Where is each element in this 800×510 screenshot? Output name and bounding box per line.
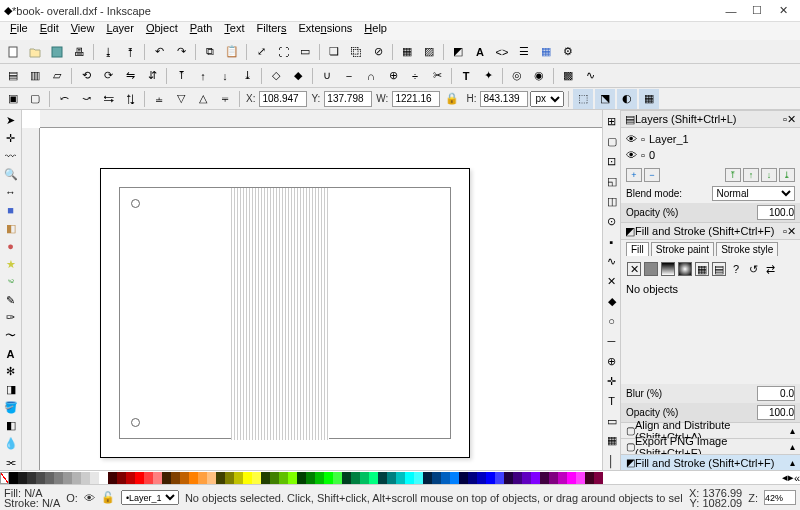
dynamic-offset-icon[interactable]: ◎ — [507, 66, 527, 86]
measure-tool-icon[interactable]: ↔ — [2, 184, 20, 201]
affect-pattern-icon[interactable]: ▦ — [639, 89, 659, 109]
close-button[interactable]: ✕ — [770, 2, 796, 20]
tab-stroke-style[interactable]: Stroke style — [716, 242, 778, 256]
fill-tool-icon[interactable]: 🪣 — [2, 399, 20, 416]
snap-enable-icon[interactable]: ⊞ — [603, 113, 621, 131]
color-swatch[interactable] — [585, 472, 594, 484]
menu-extensions[interactable]: Extensions — [293, 22, 359, 40]
palette-menu-icon[interactable]: « — [794, 472, 800, 484]
color-swatch[interactable] — [495, 472, 504, 484]
accordion-fillstroke[interactable]: ◩ Fill and Stroke (Shift+Ctrl+F)▴ — [621, 454, 800, 470]
spray-icon[interactable]: ✦ — [478, 66, 498, 86]
color-swatch[interactable] — [540, 472, 549, 484]
duplicate-icon[interactable]: ❏ — [324, 42, 344, 62]
pattern-icon[interactable]: ▦ — [695, 262, 709, 276]
accordion-export[interactable]: ▢ Export PNG Image (Shift+Ctrl+E)▴ — [621, 438, 800, 454]
xml-icon[interactable]: <> — [492, 42, 512, 62]
unset-icon[interactable]: ↺ — [746, 262, 760, 276]
rotate-ccw-icon[interactable]: ⟲ — [76, 66, 96, 86]
bezier-tool-icon[interactable]: ✑ — [2, 309, 20, 326]
color-swatch[interactable] — [144, 472, 153, 484]
color-swatch[interactable] — [360, 472, 369, 484]
color-swatch[interactable] — [486, 472, 495, 484]
flip-h-icon[interactable]: ⇋ — [120, 66, 140, 86]
color-swatch[interactable] — [126, 472, 135, 484]
unknown-icon[interactable]: ? — [729, 262, 743, 276]
no-color-swatch[interactable] — [0, 472, 9, 484]
lower-end-icon[interactable]: ⫨ — [149, 89, 169, 109]
color-swatch[interactable] — [441, 472, 450, 484]
color-swatch[interactable] — [477, 472, 486, 484]
units-select[interactable]: px — [530, 91, 564, 107]
color-swatch[interactable] — [180, 472, 189, 484]
menu-layer[interactable]: Layer — [100, 22, 140, 40]
color-swatch[interactable] — [423, 472, 432, 484]
color-swatch[interactable] — [387, 472, 396, 484]
color-swatch[interactable] — [54, 472, 63, 484]
color-swatch[interactable] — [189, 472, 198, 484]
snap-center-icon[interactable]: ⊙ — [603, 213, 621, 231]
color-swatch[interactable] — [252, 472, 261, 484]
color-swatch[interactable] — [297, 472, 306, 484]
new-icon[interactable] — [3, 42, 23, 62]
color-swatch[interactable] — [315, 472, 324, 484]
color-swatch[interactable] — [405, 472, 414, 484]
color-swatch[interactable] — [117, 472, 126, 484]
eye-icon[interactable]: 👁 — [626, 149, 637, 161]
text-tool-icon[interactable]: T — [456, 66, 476, 86]
snap-text-icon[interactable]: T — [603, 392, 621, 410]
color-swatch[interactable] — [108, 472, 117, 484]
color-swatch[interactable] — [36, 472, 45, 484]
star-tool-icon[interactable]: ★ — [2, 256, 20, 273]
raise-one-icon[interactable]: △ — [193, 89, 213, 109]
layer-add-icon[interactable]: + — [626, 168, 642, 182]
color-swatch[interactable] — [351, 472, 360, 484]
h-input[interactable] — [480, 91, 528, 107]
division-icon[interactable]: ÷ — [405, 66, 425, 86]
color-swatch[interactable] — [288, 472, 297, 484]
affect-corners-icon[interactable]: ⬔ — [595, 89, 615, 109]
export-icon[interactable]: ⭱ — [120, 42, 140, 62]
tab-stroke-paint[interactable]: Stroke paint — [651, 242, 714, 256]
snap-page-icon[interactable]: ▭ — [603, 412, 621, 430]
color-swatch[interactable] — [270, 472, 279, 484]
raise-icon[interactable]: ↑ — [193, 66, 213, 86]
lower-one-icon[interactable]: ▽ — [171, 89, 191, 109]
color-swatch[interactable] — [261, 472, 270, 484]
layer-up-icon[interactable]: ↑ — [743, 168, 759, 182]
color-swatch[interactable] — [549, 472, 558, 484]
pencil-tool-icon[interactable]: ✎ — [2, 292, 20, 309]
tab-fill[interactable]: Fill — [626, 242, 649, 256]
snap-line-mid-icon[interactable]: ─ — [603, 332, 621, 350]
rotate-90ccw-icon[interactable]: ⤺ — [54, 89, 74, 109]
color-swatch[interactable] — [324, 472, 333, 484]
snap-corner-icon[interactable]: ◱ — [603, 173, 621, 191]
flat-color-icon[interactable] — [644, 262, 658, 276]
open-icon[interactable] — [25, 42, 45, 62]
docprefs-icon[interactable]: ⚙ — [558, 42, 578, 62]
snap-smooth-icon[interactable]: ○ — [603, 312, 621, 330]
menu-path[interactable]: Path — [184, 22, 219, 40]
color-swatch[interactable] — [369, 472, 378, 484]
connector-tool-icon[interactable]: ⫘ — [2, 453, 20, 470]
snap-intersect-icon[interactable]: ✕ — [603, 273, 621, 291]
color-swatch[interactable] — [432, 472, 441, 484]
spiral-tool-icon[interactable]: ༄ — [2, 274, 20, 291]
rotate-90cw-icon[interactable]: ⤻ — [76, 89, 96, 109]
panel-close-icon[interactable]: ✕ — [787, 225, 796, 238]
zoom-sel-icon[interactable]: ⤢ — [251, 42, 271, 62]
menu-object[interactable]: Object — [140, 22, 184, 40]
cut-path-icon[interactable]: ✂ — [427, 66, 447, 86]
color-swatch[interactable] — [216, 472, 225, 484]
snap-edge-icon[interactable]: ⊡ — [603, 153, 621, 171]
color-swatch[interactable] — [90, 472, 99, 484]
color-swatch[interactable] — [171, 472, 180, 484]
color-swatch[interactable] — [9, 472, 18, 484]
ungroup-icon[interactable]: ▨ — [419, 42, 439, 62]
panel-close-icon[interactable]: ✕ — [787, 113, 796, 126]
menu-edit[interactable]: Edit — [34, 22, 65, 40]
lock-icon[interactable]: ▫ — [641, 133, 645, 145]
affect-stroke-icon[interactable]: ⬚ — [573, 89, 593, 109]
raise-end-icon[interactable]: ⫧ — [215, 89, 235, 109]
affect-gradient-icon[interactable]: ◐ — [617, 89, 637, 109]
